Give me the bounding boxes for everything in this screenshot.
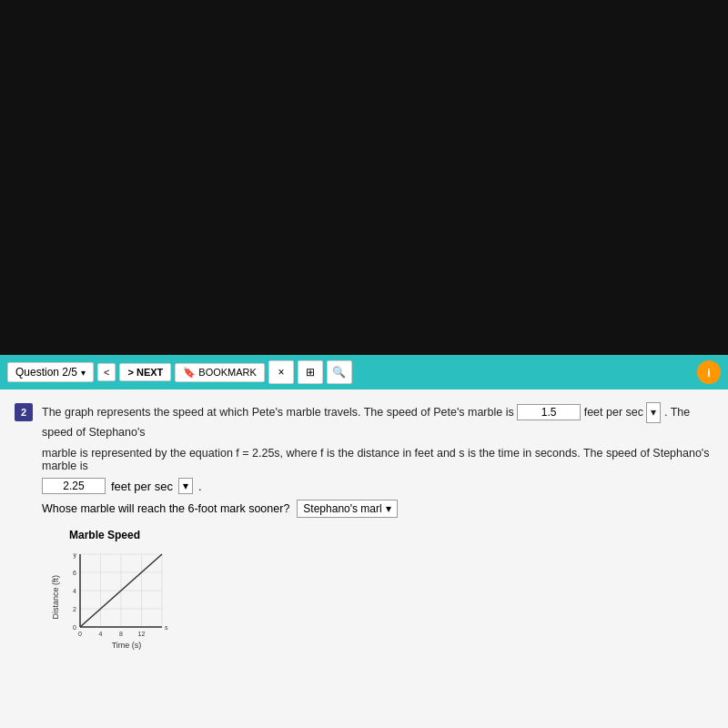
svg-text:2: 2 bbox=[73, 606, 76, 612]
equation-line: marble is represented by the equation f … bbox=[42, 447, 713, 472]
toolbar-left: Question 2/5 ▾ < > NEXT 🔖 BOOKMARK × ⊞ 🔍 bbox=[7, 360, 692, 384]
second-line: feet per sec ▾ . bbox=[42, 478, 713, 494]
question-number: 2 bbox=[15, 403, 33, 421]
question-label-text: Question 2/5 bbox=[15, 366, 77, 379]
pete-unit-dropdown[interactable]: ▾ bbox=[646, 402, 661, 423]
toolbar-right: i bbox=[697, 360, 721, 384]
next-button[interactable]: > NEXT bbox=[119, 363, 171, 381]
unit-label: feet per sec bbox=[584, 406, 647, 419]
content-area: 2 The graph represents the speed at whic… bbox=[0, 389, 728, 728]
question-first-line: The graph represents the speed at which … bbox=[42, 402, 713, 441]
chevron-down-icon: ▾ bbox=[81, 368, 86, 378]
svg-text:0: 0 bbox=[73, 624, 76, 631]
whose-line: Whose marble will reach the 6-foot mark … bbox=[42, 500, 713, 518]
bookmark-label: BOOKMARK bbox=[198, 367, 257, 378]
close-icon: × bbox=[278, 366, 284, 379]
graph-wrapper: Distance (ft) bbox=[51, 545, 171, 650]
graph-area: 0 2 4 6 y 0 4 8 12 s Time (s) bbox=[62, 545, 171, 650]
dropdown-chevron-icon: ▾ bbox=[386, 502, 391, 515]
stephano-unit-dropdown[interactable]: ▾ bbox=[178, 478, 193, 494]
graph-title: Marble Speed bbox=[69, 529, 140, 541]
svg-text:6: 6 bbox=[73, 570, 76, 576]
close-button[interactable]: × bbox=[268, 360, 294, 384]
period: . bbox=[198, 480, 202, 493]
question-block: 2 The graph represents the speed at whic… bbox=[15, 402, 713, 650]
equation-text: marble is represented by the equation f … bbox=[42, 447, 710, 472]
stephano-speed-input[interactable] bbox=[42, 478, 106, 494]
x-axis-label: Time (s) bbox=[82, 641, 171, 650]
pete-speed-input[interactable] bbox=[517, 404, 581, 420]
whose-text: Whose marble will reach the 6-foot mark … bbox=[42, 502, 289, 515]
svg-text:y: y bbox=[74, 551, 77, 559]
bookmark-icon: 🔖 bbox=[183, 367, 196, 379]
info-button[interactable]: i bbox=[697, 360, 721, 384]
bookmark-button[interactable]: 🔖 BOOKMARK bbox=[175, 363, 265, 382]
next-label: > NEXT bbox=[127, 367, 163, 378]
back-button[interactable]: < bbox=[97, 363, 116, 381]
svg-text:8: 8 bbox=[119, 631, 123, 636]
svg-text:s: s bbox=[165, 624, 168, 631]
question-content: The graph represents the speed at which … bbox=[42, 402, 713, 650]
stephano-unit-label: feet per sec bbox=[111, 480, 173, 493]
dark-background bbox=[0, 0, 728, 355]
info-icon: i bbox=[707, 366, 711, 379]
svg-text:0: 0 bbox=[78, 631, 82, 636]
text-before-input: The graph represents the speed at which … bbox=[42, 406, 514, 419]
y-axis-label: Distance (ft) bbox=[51, 575, 60, 620]
whose-answer-text: Stephano's marl bbox=[303, 502, 381, 515]
toolbar: Question 2/5 ▾ < > NEXT 🔖 BOOKMARK × ⊞ 🔍… bbox=[0, 355, 728, 389]
search-icon: 🔍 bbox=[332, 366, 346, 379]
question-label[interactable]: Question 2/5 ▾ bbox=[7, 362, 94, 382]
grid-icon: ⊞ bbox=[306, 366, 315, 379]
back-icon: < bbox=[104, 367, 109, 378]
svg-text:12: 12 bbox=[138, 631, 146, 636]
search-button[interactable]: 🔍 bbox=[327, 360, 352, 384]
whose-answer-dropdown[interactable]: Stephano's marl ▾ bbox=[297, 500, 397, 518]
svg-text:4: 4 bbox=[99, 631, 103, 636]
graph-container: Marble Speed Distance (ft) bbox=[51, 529, 713, 650]
graph-svg: 0 2 4 6 y 0 4 8 12 s bbox=[62, 545, 171, 636]
grid-button[interactable]: ⊞ bbox=[298, 360, 323, 384]
svg-text:4: 4 bbox=[73, 588, 76, 594]
